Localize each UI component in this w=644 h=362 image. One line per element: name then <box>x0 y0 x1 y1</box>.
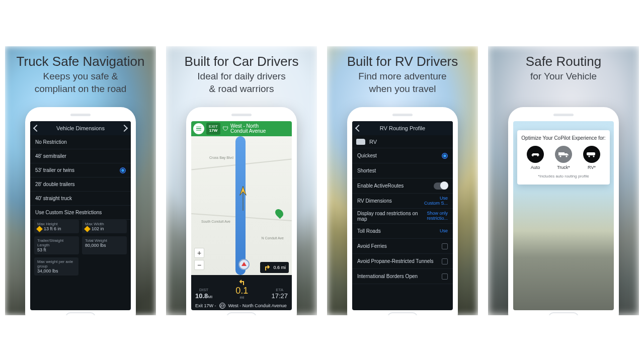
option-row[interactable]: 53' trailer or twins <box>30 163 131 177</box>
zoom-in-button[interactable]: + <box>194 248 204 258</box>
vehicle-row[interactable]: RV <box>352 135 453 148</box>
option-truck[interactable]: Truck* <box>555 146 572 170</box>
phone-screen-optimize: Optimize Your CoPilot Experience for: Au… <box>513 121 614 310</box>
street-label: N Conduit Ave <box>261 236 284 240</box>
next-turn-chip: 0.6 mi <box>260 262 289 273</box>
field-label: Total Weight <box>85 238 124 243</box>
panel-rv: Built for RV Drivers Find more adventure… <box>327 46 478 315</box>
option-label: 48' semitrailer <box>35 153 66 159</box>
warning-diamond-icon <box>36 226 43 232</box>
setting-row[interactable]: Display road restrictions on mapShow onl… <box>352 209 453 224</box>
screen-header: Vehicle Dimensions <box>30 121 131 135</box>
checkbox-icon[interactable] <box>442 274 448 280</box>
field-length[interactable]: Trailer/Straight Length 53 ft <box>34 236 79 254</box>
menu-icon[interactable] <box>193 123 204 134</box>
panel-title: Built for RV Drivers <box>327 54 478 69</box>
field-label: Max Height <box>37 222 76 226</box>
card-title: Optimize Your CoPilot Experience for: <box>521 135 606 141</box>
setting-row[interactable]: Enable ActiveRoutes <box>352 178 453 194</box>
panel-heading: Safe Routing for Your Vehicle <box>488 54 639 82</box>
option-label: 53' trailer or twins <box>35 167 74 173</box>
field-value: 53 ft <box>37 247 46 252</box>
rv-icon <box>583 146 600 163</box>
option-label: Auto <box>527 165 544 170</box>
toggle-switch[interactable] <box>434 183 448 190</box>
setting-row[interactable]: Avoid Propane-Restricted Tunnels <box>352 254 453 269</box>
option-row[interactable]: No Restriction <box>30 135 131 149</box>
setting-row[interactable]: Avoid Ferries <box>352 239 453 254</box>
setting-row[interactable]: Shortest <box>352 163 453 178</box>
back-icon[interactable] <box>355 125 362 132</box>
setting-row[interactable]: Quickest <box>352 148 453 163</box>
panel-subtitle-1: Find more adventure <box>327 70 478 82</box>
option-label: Truck* <box>555 165 572 170</box>
radio-selected-icon <box>442 153 448 159</box>
exit-badge: EXIT 17W <box>206 123 220 135</box>
setting-label: Avoid Ferries <box>357 243 387 249</box>
field-axle-weight[interactable]: Max weight per axle group 34,000 lbs <box>34 257 78 276</box>
panel-heading: Truck Safe Navigation Keeps you safe & c… <box>5 54 156 95</box>
zoom-out-button[interactable]: − <box>194 260 204 270</box>
option-label: 40' straight truck <box>35 196 72 201</box>
panel-heading: Built for Car Drivers Ideal for daily dr… <box>166 54 317 95</box>
field-max-height[interactable]: Max Height 13 ft 6 in <box>34 220 79 233</box>
svg-point-4 <box>588 155 590 157</box>
option-row[interactable]: 40' straight truck <box>30 192 131 206</box>
panel-subtitle-2: compliant on the road <box>5 83 156 95</box>
map-canvas[interactable]: Cross Bay Blvd South Conduit Ave N Condu… <box>191 136 292 275</box>
forward-icon[interactable] <box>121 125 128 132</box>
field-label: Trailer/Straight Length <box>37 238 76 247</box>
vehicle-marker-icon <box>238 259 250 270</box>
setting-row[interactable]: Toll RoadsUse <box>352 224 453 239</box>
panel-subtitle-1: Ideal for daily drivers <box>166 70 317 82</box>
field-label: Max Width <box>85 222 124 226</box>
poi-pin-icon[interactable] <box>274 207 285 219</box>
warning-diamond-icon <box>84 226 91 232</box>
panel-safe-routing: Safe Routing for Your Vehicle Optimize Y… <box>488 46 639 315</box>
field-value: 13 ft 6 in <box>44 226 61 231</box>
rv-icon <box>356 139 365 145</box>
field-max-width[interactable]: Max Width 102 in <box>82 220 127 233</box>
option-auto[interactable]: Auto <box>527 146 544 170</box>
setting-row[interactable]: International Borders Open <box>352 269 453 284</box>
svg-rect-3 <box>587 152 595 155</box>
field-value: 102 in <box>92 226 104 231</box>
exit-destination: West - North Conduit Avenue <box>228 303 287 308</box>
radio-selected-icon <box>120 167 126 173</box>
panel-title: Safe Routing <box>488 54 639 69</box>
label: ETA <box>271 288 288 292</box>
phone-mock: RV Routing Profile RV Quickest Shortest … <box>347 107 458 315</box>
exit-prefix: Exit 17W - <box>195 303 216 308</box>
dist-block: DIST 10.8MI <box>195 288 212 300</box>
option-label: RV* <box>583 165 600 170</box>
card-footnote: *Includes auto routing profile <box>521 174 606 178</box>
setting-label: Shortest <box>357 168 376 173</box>
banner-line-2: Conduit Avenue <box>230 129 266 134</box>
app-store-screenshots: Truck Safe Navigation Keeps you safe & c… <box>0 0 644 362</box>
street-label: Cross Bay Blvd <box>209 156 233 159</box>
street-label: South Conduit Ave <box>201 220 230 223</box>
setting-label: Avoid Propane-Restricted Tunnels <box>357 258 434 264</box>
screen-title: Vehicle Dimensions <box>56 125 105 131</box>
eta-block: ETA 17:27 <box>271 288 288 300</box>
option-row[interactable]: 48' semitrailer <box>30 149 131 163</box>
turn-block: 0.1 mi <box>235 278 248 300</box>
setting-row[interactable]: RV DimensionsUse Custom S... <box>352 194 453 209</box>
setting-value: Use <box>440 229 448 234</box>
phone-screen-vehicle-dimensions: Vehicle Dimensions No Restriction 48' se… <box>30 121 131 310</box>
option-row[interactable]: Use Custom Size Restrictions <box>30 206 131 220</box>
phone-mock: EXIT 17W 🛡 West - North Conduit Avenue C… <box>186 107 297 315</box>
svg-point-1 <box>559 155 561 157</box>
label: DIST <box>195 288 212 292</box>
checkbox-icon[interactable] <box>442 243 448 249</box>
back-icon[interactable] <box>33 125 40 132</box>
svg-rect-0 <box>558 152 565 155</box>
optimize-card: Optimize Your CoPilot Experience for: Au… <box>517 130 610 185</box>
nav-banner[interactable]: EXIT 17W 🛡 West - North Conduit Avenue <box>191 121 292 136</box>
option-rv[interactable]: RV* <box>583 146 600 170</box>
option-row[interactable]: 28' double trailers <box>30 177 131 192</box>
next-turn-distance: 0.6 mi <box>273 265 286 270</box>
field-total-weight[interactable]: Total Weight 80,000 lbs <box>82 236 127 254</box>
checkbox-icon[interactable] <box>442 258 448 264</box>
direction-arrow-icon <box>238 184 248 211</box>
